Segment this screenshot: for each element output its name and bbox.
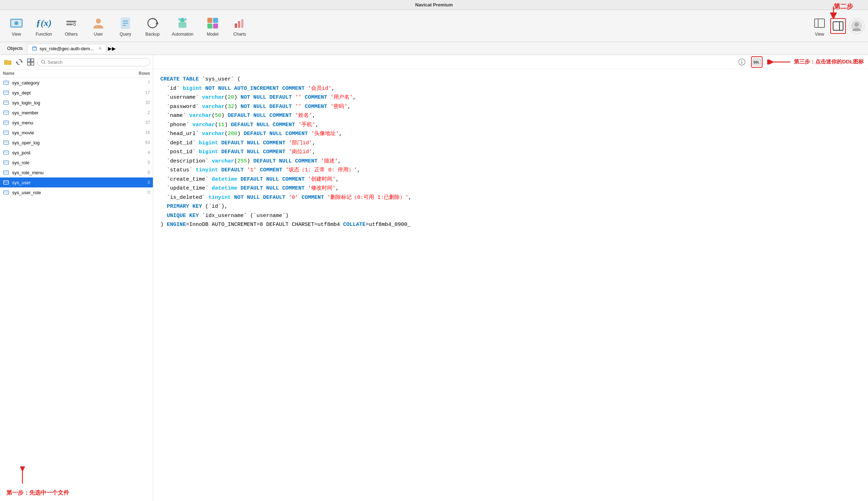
svg-rect-50 <box>4 101 9 104</box>
automation-icon <box>175 15 190 31</box>
code-line-14: `is_deleted` tinyint NOT NULL DEFAULT '0… <box>160 193 861 202</box>
svg-marker-38 <box>16 62 18 63</box>
svg-rect-52 <box>4 111 9 114</box>
svg-rect-68 <box>4 191 9 194</box>
table-icon <box>3 109 9 116</box>
query-icon <box>118 15 133 31</box>
svg-rect-62 <box>4 161 9 164</box>
svg-rect-42 <box>31 62 34 65</box>
tab-db-icon <box>32 46 37 51</box>
toolbar-backup-label: Backup <box>145 32 160 37</box>
toolbar-automation-label: Automation <box>172 32 193 37</box>
svg-rect-23 <box>207 24 212 29</box>
svg-rect-27 <box>241 19 243 28</box>
tab-more-arrow[interactable]: ▶▶ <box>108 46 116 51</box>
table-row-sys-member[interactable]: sys_member 2 <box>0 108 153 118</box>
svg-rect-24 <box>213 24 218 29</box>
open-folder-icon[interactable] <box>3 57 13 67</box>
refresh-icon[interactable] <box>14 57 24 67</box>
app-title: Navicat Premium <box>415 2 453 7</box>
table-row-sys-post[interactable]: sys_post 4 <box>0 148 153 157</box>
svg-rect-43 <box>30 60 31 61</box>
table-row-sys-login-log[interactable]: sys_login_log 32 <box>0 98 153 108</box>
user-avatar[interactable] <box>849 18 864 34</box>
view-right-icon[interactable] <box>830 18 846 34</box>
svg-rect-64 <box>4 171 9 174</box>
code-line-11: `status` tinyint DEFAULT '1' COMMENT '状态… <box>160 166 861 175</box>
table-row-sys-oper-log[interactable]: sys_oper_log 63 <box>0 138 153 148</box>
table-row-sys-category[interactable]: sys_category 7 <box>0 78 153 88</box>
view-left-label: View <box>815 32 824 37</box>
grid-icon[interactable] <box>26 57 36 67</box>
search-icon <box>41 60 46 64</box>
code-line-4: `password` varchar(32) NOT NULL DEFAULT … <box>160 102 861 112</box>
info-icon[interactable] <box>736 56 748 68</box>
toolbar-item-user[interactable]: User <box>86 13 111 39</box>
table-icon <box>3 119 9 126</box>
view-icon <box>9 15 24 31</box>
table-icon <box>3 139 9 146</box>
tab-objects[interactable]: Objects <box>3 44 27 52</box>
svg-point-44 <box>41 60 44 63</box>
ddl-icon-button[interactable]: DDL <box>751 56 763 68</box>
svg-rect-30 <box>833 22 843 30</box>
toolbar-item-charts[interactable]: Charts <box>227 13 253 39</box>
toolbar-view-label: View <box>12 32 21 37</box>
annotation-step1-container: 第一步：先选中一个文件 <box>0 484 153 501</box>
tab-close-icon[interactable]: ✕ <box>98 46 102 51</box>
table-row-sys-dept[interactable]: sys_dept 17 <box>0 88 153 98</box>
svg-point-3 <box>15 22 17 24</box>
toolbar-item-automation[interactable]: Automation <box>167 13 198 39</box>
table-row-sys-user[interactable]: sys_user 0 <box>0 177 153 187</box>
code-line-16: UNIQUE KEY `idx_username` (`username`) <box>160 211 861 221</box>
step2-arrow <box>826 5 841 19</box>
search-box[interactable] <box>37 58 150 66</box>
table-row-sys-user-role[interactable]: sys_user_role 0 <box>0 187 153 197</box>
svg-point-8 <box>96 19 101 24</box>
table-icon-selected <box>3 179 9 186</box>
toolbar-item-backup[interactable]: Backup <box>140 13 165 39</box>
toolbar: View ƒ(x) Function Others User <box>0 10 868 42</box>
table-row-sys-menu[interactable]: sys_menu 37 <box>0 118 153 128</box>
sidebar: Name Rows sys_category 7 sys_dept 17 sys… <box>0 55 153 501</box>
code-line-6: `phone` varchar(11) DEFAULT NULL COMMENT… <box>160 120 861 130</box>
table-icon <box>3 169 9 176</box>
table-row-sys-movie[interactable]: sys_movie 16 <box>0 128 153 138</box>
code-header: DDL 第三步：点击迷你的DDL图标 <box>153 55 868 69</box>
table-icon <box>3 159 9 166</box>
annotation-step3: 第三步：点击迷你的DDL图标 <box>766 58 864 65</box>
table-list-header: Name Rows <box>0 69 153 78</box>
toolbar-user-label: User <box>94 32 103 37</box>
svg-rect-48 <box>4 91 9 94</box>
table-icon <box>3 79 9 86</box>
toolbar-model-label: Model <box>207 32 218 37</box>
code-area[interactable]: CREATE TABLE `sys_user` ( `id` bigint NO… <box>153 69 868 501</box>
view-left-icon[interactable] <box>812 15 827 31</box>
table-list: sys_category 7 sys_dept 17 sys_login_log… <box>0 78 153 484</box>
svg-rect-28 <box>815 19 825 27</box>
svg-rect-26 <box>238 21 240 28</box>
search-input[interactable] <box>48 60 146 65</box>
toolbar-item-view[interactable]: View <box>4 13 29 39</box>
toolbar-item-model[interactable]: Model <box>200 13 226 39</box>
svg-rect-54 <box>4 121 9 124</box>
svg-rect-40 <box>31 59 34 62</box>
table-icon <box>3 99 9 106</box>
tab-bar: Objects sys_role@gec-auth-dem... ✕ ▶▶ <box>0 42 868 55</box>
annotation-step1-text: 第一步：先选中一个文件 <box>6 490 69 496</box>
table-row-sys-role[interactable]: sys_role 0 <box>0 157 153 167</box>
svg-line-45 <box>44 63 45 64</box>
code-line-2: `id` bigint NOT NULL AUTO_INCREMENT COMM… <box>160 84 861 93</box>
table-icon <box>3 149 9 156</box>
toolbar-item-query[interactable]: Query <box>113 13 138 39</box>
toolbar-item-function[interactable]: ƒ(x) Function <box>31 13 57 39</box>
svg-point-16 <box>178 18 180 20</box>
toolbar-item-others[interactable]: Others <box>58 13 84 39</box>
code-line-7: `head_url` varchar(200) DEFAULT NULL COM… <box>160 129 861 139</box>
svg-point-72 <box>742 60 742 61</box>
right-panel: DDL 第三步：点击迷你的DDL图标 CREATE TABLE `sys_use… <box>153 55 868 501</box>
table-row-sys-role-menu[interactable]: sys_role_menu 0 <box>0 167 153 177</box>
code-line-12: `create_time` datetime DEFAULT NULL COMM… <box>160 175 861 184</box>
tab-active[interactable]: sys_role@gec-auth-dem... ✕ <box>27 44 107 53</box>
svg-marker-37 <box>21 61 23 62</box>
